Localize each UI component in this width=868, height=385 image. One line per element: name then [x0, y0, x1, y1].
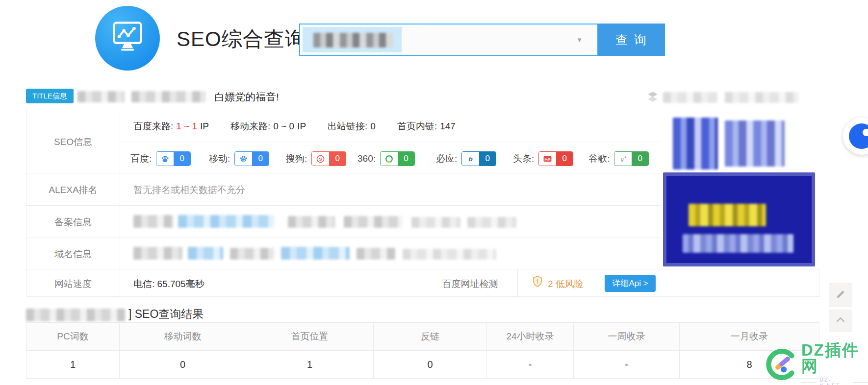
- col-home-rank: 首页位置: [246, 323, 373, 351]
- selected-text-highlight: [303, 27, 402, 52]
- telecom-speed-value: 电信: 65.705毫秒: [133, 278, 204, 290]
- detail-api-button[interactable]: 详细Api >: [605, 275, 656, 292]
- baidu-paw-icon: [156, 152, 174, 166]
- title-info-badge: TITLE信息: [26, 89, 74, 103]
- svg-text:头条: 头条: [544, 157, 551, 161]
- google-plus-icon: g+: [614, 152, 632, 166]
- ad-qr-box: [663, 172, 815, 266]
- col-pc-words: PC词数: [26, 323, 119, 351]
- engine-label: 百度:: [130, 152, 152, 165]
- val-backlinks: 0: [373, 351, 486, 378]
- redacted-icp-blur: [467, 217, 516, 228]
- engine-label: 搜狗:: [286, 152, 307, 165]
- seo-results-table: PC词数 移动词数 首页位置 反链 24小时收录 一周收录 一月收录 1 0 1…: [26, 322, 819, 379]
- promo-ad-panel[interactable]: [661, 108, 823, 267]
- traffic-stats: 百度来路:1 ~ 1IP 移动来路:0 ~ 0IP 出站链接:0 首页内链:14…: [133, 120, 456, 133]
- results-header-row: PC词数 移动词数 首页位置 反链 24小时收录 一周收录 一月收录: [26, 323, 819, 351]
- back-to-top-button[interactable]: [829, 310, 852, 332]
- redacted-ad-logo-blur: [673, 118, 718, 169]
- edit-pencil-button[interactable]: [829, 283, 852, 307]
- baidu-index-pill[interactable]: 0: [156, 151, 191, 166]
- toutiao-icon: 头条: [539, 152, 556, 166]
- search-input[interactable]: ▼: [299, 24, 598, 56]
- baidu-mobile-paw-icon: M: [235, 152, 252, 166]
- row-label-domain: 域名信息: [26, 248, 120, 261]
- engine-label: 必应:: [436, 152, 457, 165]
- dz-plugin-watermark: DZ插件网 DZ-X.NET: [766, 342, 868, 385]
- row-label-beian: 备案信息: [26, 216, 120, 229]
- svg-text:b: b: [469, 155, 473, 163]
- stat-label: 百度来路:: [133, 120, 173, 133]
- risk-shield-icon: !: [532, 275, 543, 290]
- engine-label: 360:: [357, 153, 376, 164]
- redacted-whois-blur: [403, 249, 496, 260]
- redacted-whois-link-blur: [188, 247, 223, 260]
- chevron-down-icon[interactable]: ▼: [576, 36, 583, 44]
- redacted-query-domain-blur: [313, 33, 393, 48]
- svg-text:!: !: [536, 278, 538, 285]
- results-heading: ] SEO查询结果: [128, 307, 204, 322]
- so360-index-pill[interactable]: 0: [380, 151, 415, 166]
- redacted-ad-text-blur: [725, 120, 785, 167]
- google-index-pill[interactable]: g+ 0: [614, 151, 649, 166]
- browser-float-button[interactable]: [843, 118, 868, 155]
- redacted-icp-blur: [133, 215, 174, 228]
- val-24h-index: -: [486, 351, 573, 378]
- redacted-whois-blur: [133, 247, 182, 260]
- page-title-text: 白嫖党的福音!: [214, 90, 279, 104]
- redacted-whois-blur: [357, 248, 396, 260]
- val-mobile-words: 0: [119, 351, 246, 378]
- sogou-index-pill[interactable]: S 0: [311, 151, 346, 166]
- stat-label: 移动来路:: [230, 120, 270, 133]
- page-title: SEO综合查询: [177, 25, 306, 53]
- val-week-index: -: [573, 351, 679, 378]
- engine-label: 谷歌:: [588, 152, 610, 165]
- redacted-ad-url-blur: [683, 234, 793, 253]
- layers-icon: [646, 90, 659, 105]
- redacted-icp-blur: [344, 216, 403, 228]
- pencil-icon: [835, 289, 846, 302]
- dz-logo-icon: [766, 348, 798, 383]
- row-label-alexa: ALEXA排名: [26, 184, 120, 196]
- row-label-seo: SEO信息: [26, 136, 120, 148]
- app-logo: [95, 6, 160, 71]
- svg-text:M: M: [242, 159, 245, 162]
- svg-text:S: S: [319, 156, 322, 162]
- baidu-mobile-index-pill[interactable]: M 0: [234, 151, 269, 166]
- toutiao-index-pill[interactable]: 头条 0: [538, 151, 573, 166]
- redacted-icp-blur: [411, 217, 460, 228]
- stat-value: 0: [370, 121, 376, 132]
- stat-value: 147: [440, 121, 456, 132]
- 360-circle-icon: [381, 152, 398, 166]
- val-home-rank: 1: [246, 351, 373, 378]
- stat-value: 0 ~ 0: [273, 121, 294, 132]
- val-pc-words: 1: [26, 351, 119, 378]
- redacted-banner-blur: [663, 92, 718, 103]
- redacted-domain-blur: [77, 91, 125, 102]
- engine-label: 移动:: [209, 152, 230, 165]
- results-value-row: 1 0 1 0 - - 8: [26, 351, 819, 378]
- baidu-url-check-link[interactable]: 百度网址检测: [423, 278, 517, 290]
- svg-text:+: +: [624, 155, 627, 159]
- col-mobile-words: 移动词数: [119, 323, 246, 351]
- query-button[interactable]: 查 询: [598, 24, 665, 56]
- svg-text:g: g: [621, 155, 624, 162]
- risk-level-text[interactable]: 2 低风险: [548, 278, 584, 290]
- alexa-no-data-text: 暂无排名或相关数据不充分: [133, 184, 245, 196]
- redacted-ad-headline-blur: [689, 204, 766, 226]
- stat-value: 1 ~ 1: [176, 121, 197, 132]
- watermark-site: DZ-X.NET: [801, 377, 868, 385]
- redacted-result-domain-blur: [26, 309, 125, 321]
- col-24h-index: 24小时收录: [486, 323, 573, 351]
- stat-label: 出站链接:: [328, 120, 367, 133]
- col-backlinks: 反链: [373, 323, 486, 351]
- redacted-whois-link-blur: [281, 247, 350, 260]
- seo-query-page: SEO综合查询 ▼ 查 询 TITLE信息 白嫖党的福音! SEO信息 ALEX…: [0, 0, 868, 385]
- chevron-up-icon: [834, 313, 847, 328]
- stat-label: 首页内链:: [397, 120, 437, 133]
- redacted-title-blur: [131, 91, 206, 102]
- redacted-icp-link-blur: [178, 215, 274, 228]
- bing-index-pill[interactable]: b 0: [461, 151, 496, 166]
- redacted-banner-blur: [725, 92, 798, 103]
- watermark-name: DZ插件网: [801, 342, 868, 374]
